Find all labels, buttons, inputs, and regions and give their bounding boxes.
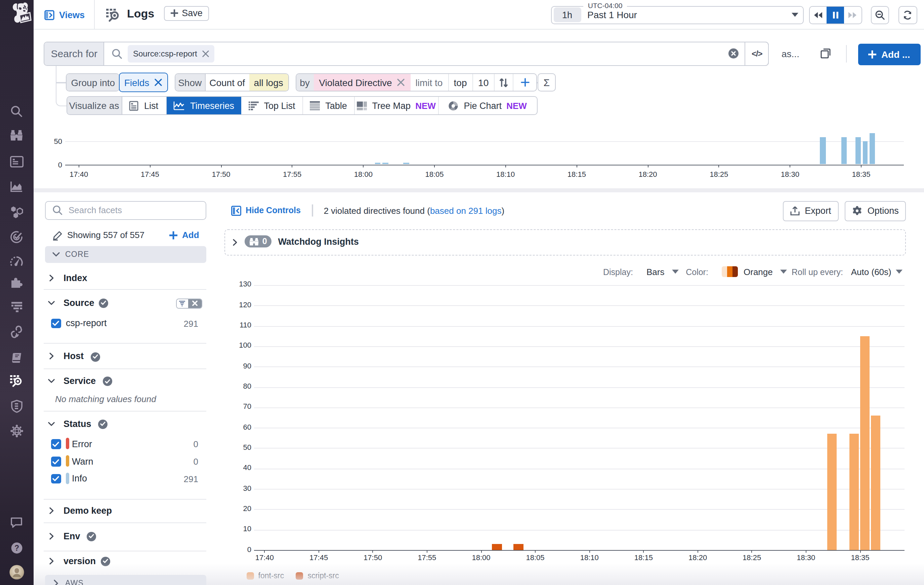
svg-text:?: ? <box>14 544 19 552</box>
